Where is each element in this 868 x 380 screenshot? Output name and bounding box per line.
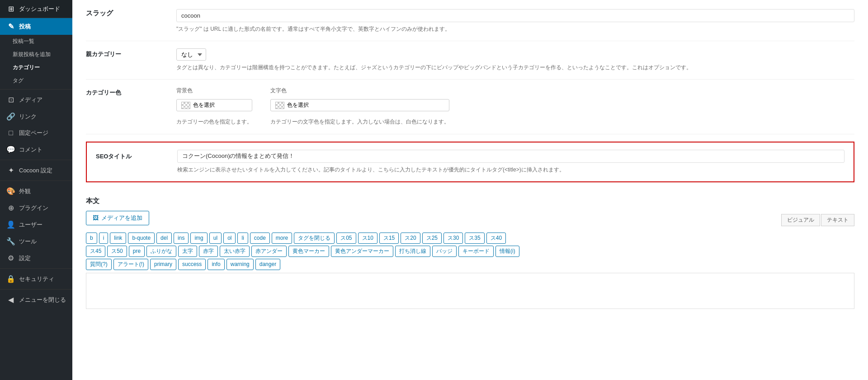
- sidebar-item-appearance[interactable]: 🎨 外観: [0, 183, 72, 200]
- sidebar-item-links[interactable]: 🔗 リンク: [0, 108, 72, 125]
- tag-button-ス25[interactable]: ス25: [422, 233, 442, 244]
- tag-button-ス45[interactable]: ス45: [86, 246, 105, 257]
- text-color-swatch: [275, 102, 284, 109]
- dashboard-menu-item[interactable]: ⊞ ダッシュボード: [0, 0, 72, 18]
- tag-button-warning[interactable]: warning: [226, 259, 254, 270]
- text-color-group: 文字色 色を選択 カテゴリーの文字色を指定します。入力しない場合は、白色になりま…: [270, 87, 449, 126]
- pages-icon: □: [6, 129, 15, 137]
- tag-button-ス05[interactable]: ス05: [336, 233, 356, 244]
- sidebar-item-cocoon[interactable]: ✦ Cocoon 設定: [0, 162, 72, 179]
- sidebar-item-media[interactable]: ⊡ メディア: [0, 91, 72, 108]
- tag-row-1: bilinkb-quotedelinsimgulollicodemoreタグを閉…: [86, 233, 854, 244]
- tag-button-ス35[interactable]: ス35: [465, 233, 484, 244]
- text-color-button[interactable]: 色を選択: [270, 99, 449, 111]
- security-icon: 🔒: [6, 275, 15, 283]
- body-section: 本文 🖼 メディアを追加 ビジュアル テキスト bilinkb-quotedel…: [86, 190, 854, 316]
- tag-button-link[interactable]: link: [110, 233, 126, 244]
- tag-button-ふりがな[interactable]: ふりがな: [146, 246, 176, 257]
- tag-button-太字[interactable]: 太字: [178, 246, 197, 257]
- parent-category-description: タグとは異なり、カテゴリーは階層構造を持つことができます。たとえば、ジャズという…: [176, 63, 854, 72]
- tag-button-more[interactable]: more: [272, 233, 292, 244]
- parent-category-section: 親カテゴリー なし タグとは異なり、カテゴリーは階層構造を持つことができます。た…: [86, 41, 854, 80]
- seo-title-input[interactable]: [177, 150, 844, 163]
- tag-button-情報(i)[interactable]: 情報(i): [495, 246, 519, 257]
- tools-icon: 🔧: [6, 237, 15, 246]
- tag-button-バッジ[interactable]: バッジ: [432, 246, 457, 257]
- sidebar-item-security[interactable]: 🔒 セキュリティ: [0, 271, 72, 287]
- sidebar-item-plugins[interactable]: ⊕ プラグイン: [0, 200, 72, 216]
- sidebar-item-comments[interactable]: 💬 コメント: [0, 141, 72, 158]
- sidebar-divider-3: [0, 180, 72, 181]
- tag-button-タグを閉じる[interactable]: タグを閉じる: [294, 233, 335, 244]
- tag-button-打ち消し線[interactable]: 打ち消し線: [395, 246, 430, 257]
- tag-button-danger[interactable]: danger: [255, 259, 280, 270]
- sidebar-divider-2: [0, 160, 72, 160]
- tag-button-li[interactable]: li: [237, 233, 248, 244]
- tag-button-ol[interactable]: ol: [223, 233, 236, 244]
- tag-button-img[interactable]: img: [190, 233, 207, 244]
- tag-button-赤字[interactable]: 赤字: [199, 246, 218, 257]
- tag-button-i[interactable]: i: [99, 233, 108, 244]
- sidebar-item-posts-new[interactable]: 新規投稿を追加: [0, 48, 72, 61]
- seo-inner: SEOタイトル 検索エンジンに表示させたいタイトルを入力してください。記事のタイ…: [96, 150, 844, 174]
- media-add-button[interactable]: 🖼 メディアを追加: [86, 211, 149, 225]
- tag-button-ス30[interactable]: ス30: [443, 233, 463, 244]
- tag-button-pre[interactable]: pre: [129, 246, 145, 257]
- tag-button-code[interactable]: code: [250, 233, 270, 244]
- tag-button-ins[interactable]: ins: [174, 233, 189, 244]
- sidebar-item-settings[interactable]: ⚙ 設定: [0, 250, 72, 266]
- posts-icon: ✎: [6, 22, 15, 31]
- tag-button-ス40[interactable]: ス40: [486, 233, 506, 244]
- bg-color-swatch: [181, 102, 190, 109]
- sidebar: ⊞ ダッシュボード ✎ 投稿 投稿一覧 新規投稿を追加 カテゴリー タグ ⊡ メ…: [0, 0, 72, 380]
- media-add-icon: 🖼: [93, 214, 99, 221]
- bg-color-description: カテゴリーの色を指定します。: [176, 118, 252, 126]
- tag-button-質問(?)[interactable]: 質問(?): [86, 259, 112, 270]
- close-menu-icon: ◀: [6, 295, 15, 304]
- bg-color-label: 背景色: [176, 87, 252, 95]
- tag-button-success[interactable]: success: [178, 259, 206, 270]
- sidebar-item-posts[interactable]: ✎ 投稿: [0, 18, 72, 35]
- tag-button-b[interactable]: b: [86, 233, 97, 244]
- tag-button-太い赤字[interactable]: 太い赤字: [220, 246, 250, 257]
- sidebar-item-tags[interactable]: タグ: [0, 74, 72, 87]
- tag-button-キーボード[interactable]: キーボード: [458, 246, 494, 257]
- category-color-label: カテゴリー色: [86, 87, 167, 97]
- color-section: 背景色 色を選択 カテゴリーの色を指定します。 文字色 色を選択: [176, 87, 854, 126]
- tag-button-赤アンダー[interactable]: 赤アンダー: [251, 246, 287, 257]
- tag-button-黄色アンダーマーカー[interactable]: 黄色アンダーマーカー: [331, 246, 393, 257]
- tag-button-ul[interactable]: ul: [209, 233, 222, 244]
- sidebar-item-users[interactable]: 👤 ユーザー: [0, 216, 72, 233]
- tag-row-2: ス45ス50preふりがな太字赤字太い赤字赤アンダー黄色マーカー黄色アンダーマー…: [86, 246, 854, 257]
- sidebar-item-posts-list[interactable]: 投稿一覧: [0, 35, 72, 48]
- tag-button-info[interactable]: info: [208, 259, 224, 270]
- dashboard-icon: ⊞: [6, 5, 15, 13]
- tag-button-del[interactable]: del: [156, 233, 172, 244]
- tag-button-ス20[interactable]: ス20: [401, 233, 420, 244]
- slug-input[interactable]: [176, 9, 854, 22]
- content-wrap: スラッグ "スラッグ" は URL に適した形式の名前です。通常はすべて半角小文…: [72, 0, 868, 380]
- appearance-icon: 🎨: [6, 187, 15, 195]
- tag-button-ス10[interactable]: ス10: [358, 233, 377, 244]
- view-toggle: ビジュアル テキスト: [781, 214, 854, 226]
- sidebar-item-categories[interactable]: カテゴリー: [0, 61, 72, 74]
- seo-section: SEOタイトル 検索エンジンに表示させたいタイトルを入力してください。記事のタイ…: [86, 142, 854, 182]
- parent-category-select[interactable]: なし: [176, 48, 206, 61]
- tag-button-ス15[interactable]: ス15: [379, 233, 399, 244]
- plugins-icon: ⊕: [6, 204, 15, 212]
- tag-button-ス50[interactable]: ス50: [107, 246, 127, 257]
- tag-button-黄色マーカー[interactable]: 黄色マーカー: [288, 246, 329, 257]
- sidebar-item-pages[interactable]: □ 固定ページ: [0, 125, 72, 141]
- sidebar-item-close-menu[interactable]: ◀ メニューを閉じる: [0, 291, 72, 308]
- tag-button-primary[interactable]: primary: [150, 259, 176, 270]
- text-view-button[interactable]: テキスト: [821, 214, 854, 226]
- visual-view-button[interactable]: ビジュアル: [781, 214, 820, 226]
- editor-area[interactable]: [86, 273, 854, 309]
- tag-button-アラート(!)[interactable]: アラート(!): [113, 259, 148, 270]
- sidebar-divider-5: [0, 289, 72, 290]
- bg-color-button[interactable]: 色を選択: [176, 99, 252, 111]
- tag-button-b-quote[interactable]: b-quote: [128, 233, 155, 244]
- sidebar-item-tools[interactable]: 🔧 ツール: [0, 233, 72, 250]
- parent-category-label: 親カテゴリー: [86, 48, 167, 58]
- links-icon: 🔗: [6, 112, 15, 121]
